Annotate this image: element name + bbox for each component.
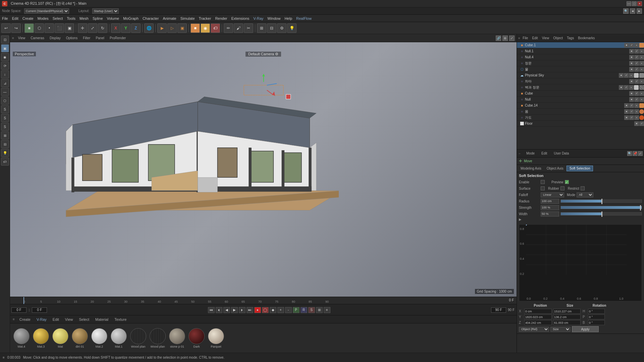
tree-item-gado[interactable]: ○ 가도 ● ✓ •: [517, 115, 644, 121]
strength-slider[interactable]: [560, 206, 642, 209]
cube-icon-button[interactable]: ■: [191, 23, 200, 33]
nav-next-icon[interactable]: ►: [637, 8, 642, 14]
rot-p-input[interactable]: [588, 314, 605, 319]
material-icon-button[interactable]: ◉: [201, 23, 210, 33]
record-auto-button[interactable]: ◯: [262, 307, 269, 313]
tree-item-mom[interactable]: ○ 몸 ● ✓ •: [517, 109, 644, 115]
end-frame-input[interactable]: [491, 307, 506, 313]
menu-modes[interactable]: Modes: [36, 16, 51, 21]
left-tool-6[interactable]: ⊿: [1, 79, 9, 87]
cube14-vis[interactable]: ●: [624, 103, 629, 108]
minimize-button[interactable]: —: [627, 1, 631, 6]
tree-tab-tags[interactable]: Tags: [566, 36, 575, 40]
material-mat[interactable]: Mat: [52, 328, 69, 348]
nav-prev-icon[interactable]: ◄: [630, 8, 635, 14]
timeline-options-button[interactable]: ≡: [324, 307, 330, 313]
go-start-button[interactable]: ⏮: [208, 307, 215, 313]
restrict-checkbox[interactable]: [581, 186, 585, 190]
strength-input[interactable]: [541, 205, 559, 210]
world-coord-button[interactable]: 🌐: [144, 23, 154, 33]
tree-tab-file[interactable]: File: [521, 36, 529, 40]
tree-item-null[interactable]: ○ Null ● ✓ •: [517, 97, 644, 103]
chama-vis[interactable]: ●: [629, 79, 634, 84]
material-stone01[interactable]: stone p 01: [168, 328, 186, 348]
left-tool-3[interactable]: ◉: [1, 53, 9, 61]
size-x-input[interactable]: [553, 309, 581, 314]
z-axis-button[interactable]: Z: [131, 23, 141, 33]
close-button[interactable]: ✕: [637, 1, 642, 6]
props-tab-userdata[interactable]: User Data: [551, 150, 572, 156]
play-reverse-button[interactable]: ◀: [223, 307, 230, 313]
current-frame-input[interactable]: [11, 307, 26, 313]
strength-thumb[interactable]: [640, 205, 641, 210]
props-tab-mode[interactable]: Mode: [523, 150, 538, 156]
vp-expand-icon[interactable]: ⤢: [509, 36, 515, 41]
vp-hamburger[interactable]: ≡: [12, 36, 14, 40]
curve-expand[interactable]: ▶: [519, 218, 642, 221]
next-frame-button[interactable]: ⏵: [239, 307, 246, 313]
cube-render[interactable]: ✓: [634, 91, 639, 96]
material-parquet[interactable]: Parquet: [207, 328, 225, 348]
gado-vis[interactable]: ●: [624, 115, 629, 120]
tree-item-physky[interactable]: ☁ Physical Sky ● ✓ •: [517, 72, 644, 78]
mat-hamburger[interactable]: ≡: [13, 317, 15, 321]
tree-tab-object[interactable]: Object: [552, 36, 564, 40]
material-dark[interactable]: Dark: [188, 328, 205, 348]
knife-tool-button[interactable]: ✂: [244, 23, 253, 33]
move-tool-button[interactable]: ✛: [78, 23, 87, 33]
menu-tracker[interactable]: Tracker: [197, 16, 213, 21]
mode-select[interactable]: All: [577, 192, 593, 197]
menu-animate[interactable]: Animate: [161, 16, 178, 21]
menu-extensions[interactable]: Extensions: [229, 16, 251, 21]
mat-tab-view[interactable]: View: [64, 317, 74, 322]
vp-tab-display[interactable]: Display: [48, 36, 62, 41]
light-button[interactable]: 💡: [287, 23, 297, 33]
null1-vis[interactable]: ●: [629, 49, 634, 54]
tree-item-byeokjeongmun[interactable]: ○ 벽과 정문 ● ✓ •: [517, 84, 644, 90]
y-axis-button[interactable]: Y: [121, 23, 130, 33]
tree-item-cube14[interactable]: ■ Cube.14 ● ✓ •: [517, 103, 644, 109]
null4-render[interactable]: ✓: [634, 55, 639, 60]
tree-tab-edit[interactable]: Edit: [531, 36, 539, 40]
left-tool-scene[interactable]: ⊞: [1, 131, 9, 139]
floor-vis[interactable]: ●: [634, 121, 639, 126]
tree-item-cube1[interactable]: ■ Cube.1 ● ✓ •: [517, 42, 644, 48]
gado-edit[interactable]: •: [634, 115, 639, 120]
menu-spline[interactable]: Spline: [91, 16, 105, 21]
perspective-label[interactable]: Perspective: [13, 52, 36, 56]
size-z-input[interactable]: [553, 320, 581, 325]
grid-view-button[interactable]: ⊞: [257, 23, 266, 33]
rubber-checkbox[interactable]: [560, 186, 565, 190]
x-axis-button[interactable]: X: [111, 23, 120, 33]
props-tab-edit[interactable]: Edit: [538, 150, 550, 156]
cube14-edit[interactable]: •: [634, 103, 639, 108]
material-mat4[interactable]: Mat.4: [13, 328, 30, 348]
menu-mesh[interactable]: Mesh: [77, 16, 91, 21]
props-hamburger[interactable]: ←: [518, 152, 521, 155]
cube1-render[interactable]: ✓: [629, 43, 634, 48]
byeok-edit[interactable]: •: [629, 85, 634, 90]
left-tool-1[interactable]: ⊡: [1, 36, 9, 44]
left-tool-5[interactable]: ↕: [1, 70, 9, 78]
jeongmun-vis[interactable]: ●: [629, 61, 634, 66]
mat-tab-texture[interactable]: Texture: [113, 317, 128, 322]
node-space-select[interactable]: Current (Standard/Physical): [24, 8, 69, 14]
material-woodplan1[interactable]: Wood plan: [129, 328, 147, 348]
enable-checkbox[interactable]: [541, 180, 545, 184]
floor-render[interactable]: ✓: [639, 121, 644, 126]
mul-render[interactable]: ✓: [634, 67, 639, 72]
radius-input[interactable]: [541, 199, 559, 204]
vp-tab-panel[interactable]: Panel: [94, 36, 106, 41]
cube-vis[interactable]: ●: [629, 91, 634, 96]
coord-mode-select[interactable]: Object (Rel) World: [519, 327, 549, 332]
tree-tab-view[interactable]: View: [541, 36, 551, 40]
menu-window[interactable]: Window: [265, 16, 282, 21]
left-tool-light[interactable]: 💡: [1, 149, 9, 157]
width-slider[interactable]: [560, 212, 642, 216]
left-tool-2[interactable]: ▣: [1, 44, 9, 52]
pos-y-input[interactable]: [524, 314, 552, 319]
physky-vis[interactable]: ●: [619, 73, 624, 78]
paint-tool-button[interactable]: ✏: [224, 23, 233, 33]
render-region-button[interactable]: ▶: [157, 23, 167, 33]
width-thumb[interactable]: [601, 212, 602, 217]
